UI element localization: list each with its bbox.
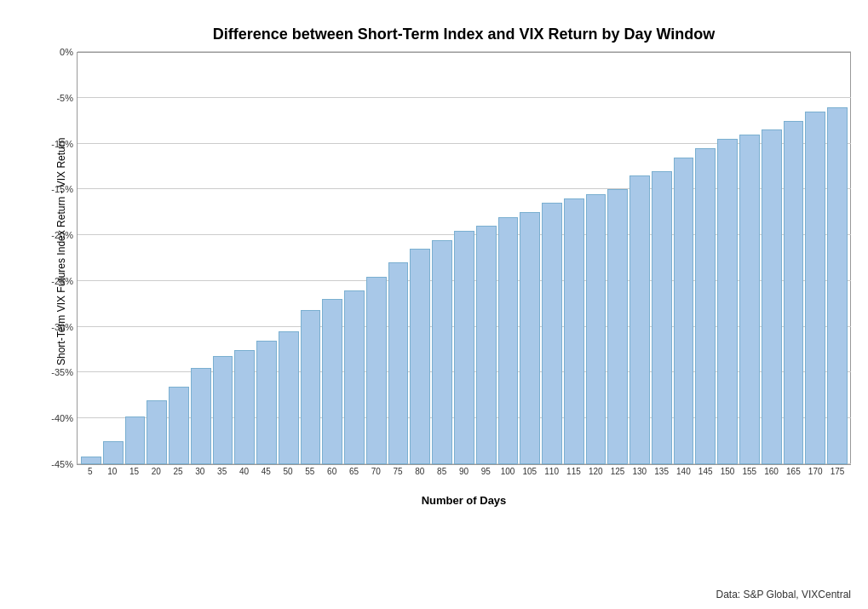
y-tick-label: -45% [51, 459, 73, 469]
y-tick-label: -35% [51, 367, 73, 377]
x-tick-label: 70 [365, 467, 386, 491]
x-tick-label: 165 [784, 467, 804, 491]
x-tick-label: 105 [520, 467, 540, 491]
bar [652, 171, 672, 464]
x-tick-label: 135 [652, 467, 672, 491]
bar [542, 203, 562, 464]
x-tick-label: 140 [674, 467, 694, 491]
x-tick-label: 150 [717, 467, 738, 491]
x-axis-labels: 5101520253035404550556065707580859095100… [77, 467, 851, 491]
y-tick-label: -5% [56, 93, 73, 103]
x-tick-label: 60 [322, 467, 342, 491]
y-tick-label: 0% [60, 47, 73, 57]
bars-container [78, 52, 851, 464]
plot-area: 0%-5%-10%-15%-20%-25%-30%-35%-40%-45% [77, 52, 851, 465]
bar [213, 356, 233, 464]
x-axis-title: Number of Days [77, 494, 851, 507]
x-tick-label: 130 [629, 467, 650, 491]
bar [586, 194, 606, 464]
x-tick-label: 65 [344, 467, 365, 491]
x-tick-label: 80 [410, 467, 430, 491]
x-tick-label: 30 [190, 467, 210, 491]
x-tick-label: 10 [102, 467, 123, 491]
bar [805, 112, 825, 464]
bar [169, 387, 189, 464]
bar [607, 189, 628, 464]
x-tick-label: 115 [564, 467, 584, 491]
bar [629, 175, 650, 464]
bar [476, 226, 497, 464]
bar [344, 290, 365, 464]
y-tick-label: -40% [51, 413, 73, 423]
bar [674, 158, 694, 464]
bar [147, 400, 167, 464]
bar [739, 135, 760, 464]
x-tick-label: 160 [762, 467, 782, 491]
bar [322, 299, 342, 464]
bar [125, 417, 146, 464]
bar [695, 148, 716, 464]
chart-container: Difference between Short-Term Index and … [0, 0, 868, 609]
bar [234, 350, 255, 464]
x-tick-label: 120 [585, 467, 606, 491]
bar [432, 240, 452, 464]
x-tick-label: 35 [212, 467, 233, 491]
bar [81, 457, 101, 464]
x-tick-label: 90 [454, 467, 474, 491]
x-tick-label: 95 [475, 467, 496, 491]
x-tick-label: 15 [124, 467, 145, 491]
x-tick-label: 100 [497, 467, 518, 491]
x-tick-label: 20 [146, 467, 166, 491]
bar [717, 139, 738, 464]
bar [410, 249, 430, 464]
bar [784, 121, 804, 464]
y-axis-label: Short-Term VIX Futures Index Return - VI… [55, 178, 67, 365]
x-tick-label: 45 [256, 467, 276, 491]
chart-title: Difference between Short-Term Index and … [77, 26, 851, 43]
bar [366, 277, 387, 465]
x-tick-label: 125 [607, 467, 628, 491]
x-tick-label: 110 [542, 467, 562, 491]
x-tick-label: 40 [234, 467, 255, 491]
x-tick-label: 145 [695, 467, 716, 491]
bar [762, 129, 782, 464]
x-tick-label: 55 [300, 467, 320, 491]
x-tick-label: 155 [739, 467, 760, 491]
bar [454, 231, 474, 464]
x-tick-label: 170 [805, 467, 825, 491]
x-tick-label: 75 [388, 467, 408, 491]
x-tick-label: 5 [80, 467, 101, 491]
bar [191, 368, 211, 464]
bar [256, 341, 277, 464]
x-tick-label: 50 [278, 467, 298, 491]
x-tick-label: 85 [432, 467, 452, 491]
data-source-label: Data: S&P Global, VIXCentral [716, 589, 851, 600]
bar [564, 198, 584, 464]
bar [279, 331, 299, 464]
x-tick-label: 25 [168, 467, 188, 491]
x-tick-label: 175 [827, 467, 848, 491]
bar [388, 262, 409, 464]
bar [301, 310, 321, 464]
bar [103, 441, 124, 464]
bar [827, 107, 848, 464]
bar [520, 212, 540, 464]
bar [498, 217, 519, 464]
